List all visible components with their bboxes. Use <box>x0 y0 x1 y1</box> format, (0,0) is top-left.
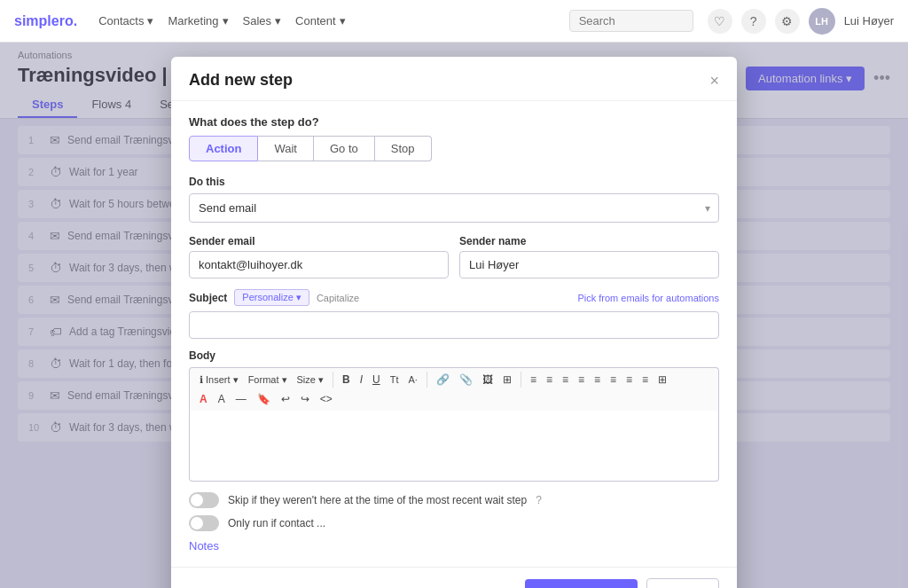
nav-sales[interactable]: Sales ▾ <box>243 14 282 27</box>
modal-close-button[interactable]: × <box>709 73 719 89</box>
heart-icon[interactable]: ♡ <box>708 9 732 34</box>
step-type-buttons: Action Wait Go to Stop <box>189 136 719 161</box>
underline-button[interactable]: U <box>368 372 385 388</box>
pick-from-emails-link[interactable]: Pick from emails for automations <box>577 293 719 303</box>
strikethrough-button[interactable]: A· <box>403 372 421 387</box>
do-this-label: Do this <box>189 176 719 188</box>
notes-link[interactable]: Notes <box>189 539 219 553</box>
toolbar-align-group: ≡ ≡ ≡ ≡ ≡ ≡ ≡ ≡ ⊞ <box>526 372 671 388</box>
redo-button[interactable]: ↪ <box>296 391 314 407</box>
skip-toggle-row: Skip if they weren't here at the time of… <box>189 492 719 508</box>
subject-row: Subject Personalize ▾ Capitalize Pick fr… <box>189 289 719 306</box>
step-type-goto[interactable]: Go to <box>314 136 375 161</box>
page-background: Automations Træningsvideo | af Automatio… <box>0 43 908 588</box>
sender-row: Sender email Sender name <box>189 235 719 278</box>
username: Lui Høyer <box>844 14 894 27</box>
code-button[interactable]: <> <box>316 391 337 407</box>
undo-button[interactable]: ↩ <box>277 391 294 407</box>
hr-button[interactable]: — <box>231 391 251 407</box>
only-run-label: Only run if contact ... <box>228 517 325 529</box>
image-button[interactable]: 🖼 <box>478 372 497 388</box>
tt-button[interactable]: Tt <box>386 372 403 387</box>
skip-label: Skip if they weren't here at the time of… <box>228 494 527 506</box>
search-input[interactable] <box>569 10 693 32</box>
toolbar-insert-group: ℹ Insert ▾ Format ▾ Size ▾ <box>195 372 328 388</box>
indent-button[interactable]: ≡ <box>622 372 637 388</box>
settings-icon[interactable]: ⚙ <box>775 9 800 34</box>
add-new-step-modal: Add new step × What does the step do? Ac… <box>171 57 737 588</box>
sender-email-input[interactable] <box>189 251 449 278</box>
help-icon[interactable]: ? <box>741 9 766 34</box>
personalize-button[interactable]: Personalize ▾ <box>234 289 309 306</box>
sender-name-group: Sender name <box>459 235 719 278</box>
step-type-wait[interactable]: Wait <box>258 136 314 161</box>
only-run-toggle[interactable] <box>189 515 219 531</box>
toolbar-format-group: B I U Tt A· <box>338 372 422 388</box>
modal-header: Add new step × <box>171 57 737 101</box>
sender-email-group: Sender email <box>189 235 449 278</box>
subject-input[interactable] <box>189 311 719 339</box>
nav-contacts[interactable]: Contacts ▾ <box>98 14 153 27</box>
skip-toggle[interactable] <box>189 492 219 508</box>
format-button[interactable]: Format ▾ <box>244 372 292 388</box>
nav-content[interactable]: Content ▾ <box>295 14 346 27</box>
toolbar-row-2: A A — 🔖 ↩ ↪ <> <box>195 389 713 407</box>
size-button[interactable]: Size ▾ <box>293 372 328 388</box>
modal-footer: Save changes Cancel <box>171 567 737 588</box>
capitalize-link[interactable]: Capitalize <box>317 293 359 303</box>
align-left-button[interactable]: ≡ <box>526 372 541 388</box>
only-run-toggle-row: Only run if contact ... <box>189 515 719 531</box>
modal-title: Add new step <box>189 71 293 90</box>
sender-name-label: Sender name <box>459 235 719 247</box>
attach-button[interactable]: 📎 <box>455 372 477 388</box>
logo[interactable]: simplero. <box>14 13 77 29</box>
step-type-stop[interactable]: Stop <box>375 136 432 161</box>
avatar[interactable]: LH <box>809 8 835 35</box>
subject-label: Subject <box>189 292 227 304</box>
save-changes-button[interactable]: Save changes <box>525 579 638 588</box>
toolbar-separator-2 <box>427 372 427 388</box>
do-this-select[interactable]: Send email Add tag Remove tag <box>189 193 719 223</box>
align-right-button[interactable]: ≡ <box>558 372 573 388</box>
step-question-label: What does the step do? <box>189 115 719 129</box>
top-navigation: simplero. Contacts ▾ Marketing ▾ Sales ▾… <box>0 0 908 43</box>
modal-body: What does the step do? Action Wait Go to… <box>171 101 737 567</box>
insert-button[interactable]: ℹ Insert ▾ <box>195 372 243 388</box>
bookmark-button[interactable]: 🔖 <box>253 391 275 407</box>
bold-button[interactable]: B <box>338 372 355 388</box>
list-ul-button[interactable]: ≡ <box>590 372 605 388</box>
table-button[interactable]: ⊞ <box>498 372 516 388</box>
link-button[interactable]: 🔗 <box>432 372 454 388</box>
do-this-select-wrapper: Send email Add tag Remove tag ▾ <box>189 193 719 223</box>
toolbar-separator <box>333 372 333 388</box>
cancel-button[interactable]: Cancel <box>646 578 719 588</box>
italic-button[interactable]: I <box>356 372 367 388</box>
skip-help-icon[interactable]: ? <box>536 494 542 506</box>
highlight-button[interactable]: A <box>214 391 230 407</box>
editor-toolbar: ℹ Insert ▾ Format ▾ Size ▾ B I U Tt A· 🔗… <box>189 367 719 411</box>
body-label: Body <box>189 349 719 362</box>
font-color-button[interactable]: A <box>195 391 212 407</box>
topnav-icons: ♡ ? ⚙ LH Lui Høyer <box>708 8 894 35</box>
align-justify-button[interactable]: ≡ <box>574 372 589 388</box>
nav-marketing[interactable]: Marketing ▾ <box>168 14 228 27</box>
step-type-action[interactable]: Action <box>189 136 258 161</box>
align-center-button[interactable]: ≡ <box>542 372 557 388</box>
email-body-editor[interactable] <box>189 411 719 482</box>
toolbar-insert-group-2: 🔗 📎 🖼 ⊞ <box>432 372 516 388</box>
toolbar-separator-3 <box>521 372 521 388</box>
outdent-button[interactable]: ≡ <box>638 372 653 388</box>
list-ol-button[interactable]: ≡ <box>606 372 621 388</box>
table-insert-button[interactable]: ⊞ <box>654 372 671 388</box>
sender-name-input[interactable] <box>459 251 719 278</box>
sender-email-label: Sender email <box>189 235 449 247</box>
